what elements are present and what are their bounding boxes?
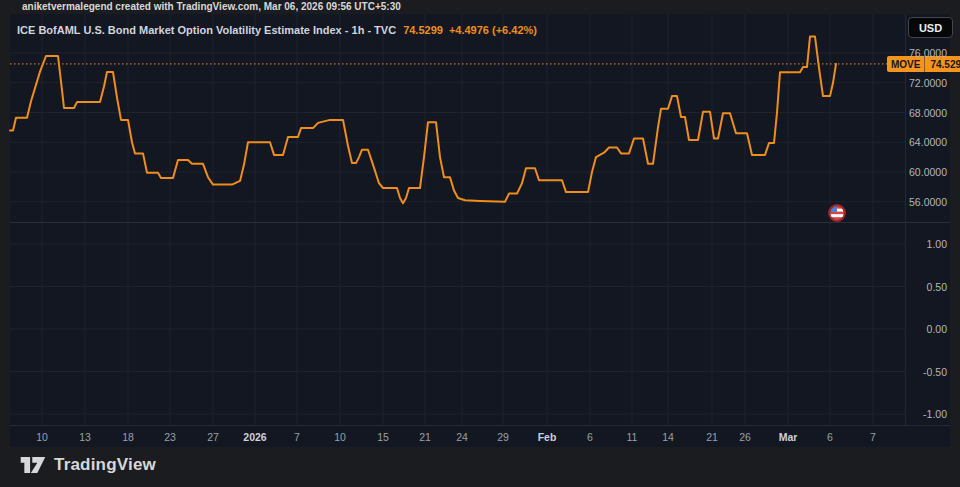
time-axis-label: 7 <box>294 431 300 443</box>
time-axis-label: 29 <box>497 431 509 443</box>
time-axis-label: 18 <box>122 431 134 443</box>
price-axis-label: 0.00 <box>927 323 947 335</box>
price-axis-label: 72.0000 <box>909 77 947 89</box>
legend-last-price: 74.5299 <box>403 24 443 36</box>
price-axis-label: -0.50 <box>923 366 947 378</box>
time-axis-label: Mar <box>779 431 798 443</box>
price-axis-label: 64.0000 <box>909 136 947 148</box>
attribution-text: aniketvermalegend created with TradingVi… <box>22 0 401 14</box>
symbol-legend: ICE BofAML U.S. Bond Market Option Volat… <box>17 24 537 36</box>
time-axis-label: 2026 <box>243 431 266 443</box>
price-axis-label: 1.00 <box>927 238 947 250</box>
legend-change: +4.4976 (+6.42%) <box>449 24 537 36</box>
currency-button[interactable]: USD <box>908 17 953 38</box>
tradingview-mark-icon <box>20 455 46 475</box>
time-axis-label: 23 <box>164 431 176 443</box>
price-axis-label: -1.00 <box>923 408 947 420</box>
time-axis-label: 21 <box>706 431 718 443</box>
price-axis-label: 68.0000 <box>909 107 947 119</box>
time-axis-label: 24 <box>456 431 468 443</box>
time-axis-label: 13 <box>79 431 91 443</box>
time-axis-label: Feb <box>538 431 557 443</box>
time-axis-label: 27 <box>207 431 219 443</box>
time-axis-label: 7 <box>870 431 876 443</box>
time-axis-label: 21 <box>419 431 431 443</box>
price-axis-label: 56.0000 <box>909 196 947 208</box>
time-axis-label: 26 <box>739 431 751 443</box>
us-flag-event-icon[interactable] <box>829 205 845 221</box>
time-axis-label: 6 <box>827 431 833 443</box>
time-axis-label: 11 <box>627 431 638 443</box>
time-axis-label: 6 <box>587 431 593 443</box>
price-axis-label: 76.0000 <box>909 47 947 59</box>
time-axis-label: 10 <box>36 431 48 443</box>
price-axis-label: 0.50 <box>927 281 947 293</box>
time-axis-label: 10 <box>334 431 346 443</box>
price-axis-label: 60.0000 <box>909 166 947 178</box>
time-axis-label: 14 <box>662 431 674 443</box>
chart-canvas[interactable] <box>0 0 960 487</box>
time-axis-label: 15 <box>377 431 389 443</box>
tradingview-brand-text: TradingView <box>54 455 156 475</box>
chart-panel <box>10 14 950 447</box>
legend-title: ICE BofAML U.S. Bond Market Option Volat… <box>17 24 396 36</box>
tradingview-logo[interactable]: TradingView <box>20 455 156 475</box>
